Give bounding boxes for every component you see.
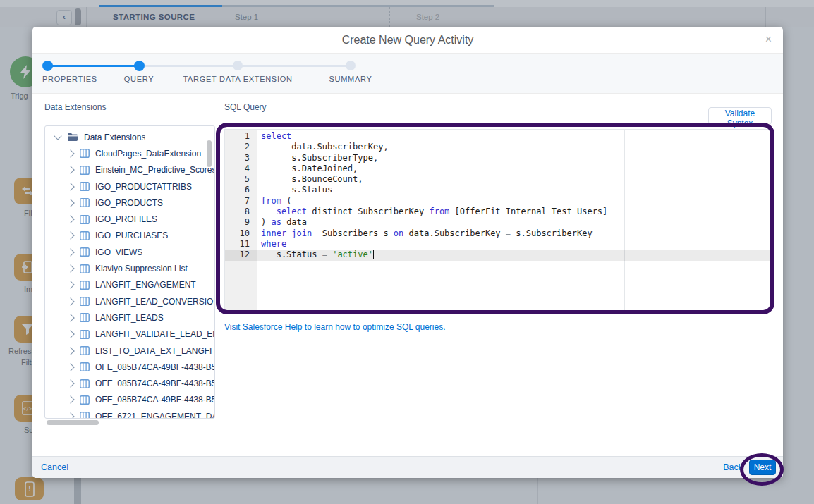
tree-item[interactable]: LANGFIT_LEADS xyxy=(45,309,214,326)
sql-help-link[interactable]: Visit Salesforce Help to learn how to op… xyxy=(224,322,446,332)
chevron-right-icon[interactable] xyxy=(66,314,74,321)
data-extension-table-icon xyxy=(80,182,90,191)
data-extensions-label: Data Extensions xyxy=(44,102,106,112)
code-line: s.Status xyxy=(261,185,770,195)
data-extension-table-icon xyxy=(80,247,90,257)
vertical-scrollbar[interactable] xyxy=(207,140,212,167)
chevron-right-icon[interactable] xyxy=(66,363,74,371)
data-extension-table-icon xyxy=(80,231,90,240)
tree-item[interactable]: OFE_085B74CA-49BF-4438-B566- xyxy=(45,359,214,375)
data-extension-table-icon xyxy=(80,412,90,419)
chevron-down-icon[interactable] xyxy=(54,132,61,140)
editor-gutter: 123456789101112 xyxy=(225,130,257,311)
tree-item[interactable]: OFE_085B74CA-49BF-4438-B566- xyxy=(45,392,214,408)
tree-item-label: Einstein_MC_Predictive_Scores xyxy=(95,165,214,175)
tree-item-label: IGO_VIEWS xyxy=(95,247,142,257)
horizontal-scrollbar[interactable] xyxy=(47,420,99,425)
tree-item[interactable]: IGO_VIEWS xyxy=(45,244,214,260)
tree-item[interactable]: LANGFIT_VALIDATE_LEAD_EMAIL_ xyxy=(45,326,214,343)
screen: ‹ STARTING SOURCE Step 1 Step 2 Trigg Fi… xyxy=(0,0,814,504)
modal-title: Create New Query Activity xyxy=(32,27,783,53)
code-line: ) as data xyxy=(261,217,770,228)
tree-item-label: LANGFIT_VALIDATE_LEAD_EMAIL_ xyxy=(95,329,214,339)
code-line: select xyxy=(261,131,770,142)
tree-item-label: OFE_085B74CA-49BF-4438-B566- xyxy=(95,395,214,405)
line-number: 6 xyxy=(225,185,257,195)
chevron-right-icon[interactable] xyxy=(66,248,74,256)
step-label: QUERY xyxy=(124,75,154,83)
editor-code[interactable]: select data.SubscriberKey, s.SubscriberT… xyxy=(257,130,770,311)
tree-item-label: OFE_6721_ENGAGEMENT_DATA xyxy=(95,412,214,419)
validate-syntax-button[interactable]: Validate Syntax xyxy=(708,107,772,125)
tree-item[interactable]: CloudPages_DataExtension xyxy=(45,145,214,161)
step-dot xyxy=(134,61,145,71)
code-line: s.DateJoined, xyxy=(261,164,770,174)
tree-item-label: Data Extensions xyxy=(84,133,145,142)
tree-item[interactable]: LIST_TO_DATA_EXT_LANGFIT xyxy=(45,343,214,359)
folder-icon xyxy=(67,133,78,142)
chevron-right-icon[interactable] xyxy=(66,149,74,157)
chevron-right-icon[interactable] xyxy=(66,166,74,174)
cancel-button[interactable]: Cancel xyxy=(41,457,68,478)
tree-item[interactable]: IGO_PURCHASES xyxy=(45,228,214,244)
chevron-right-icon[interactable] xyxy=(66,215,74,223)
next-button[interactable]: Next xyxy=(749,460,776,475)
tree-item-label: LANGFIT_LEADS xyxy=(95,313,164,323)
data-extension-table-icon xyxy=(80,362,90,371)
chevron-right-icon[interactable] xyxy=(66,412,74,419)
code-line: where xyxy=(261,239,770,250)
text-cursor xyxy=(373,250,375,259)
chevron-right-icon[interactable] xyxy=(66,297,74,305)
data-extension-table-icon xyxy=(80,198,90,207)
create-query-activity-modal: Create New Query Activity × PROPERTIES Q… xyxy=(32,27,783,478)
chevron-right-icon[interactable] xyxy=(66,199,74,207)
tree-item[interactable]: Einstein_MC_Predictive_Scores xyxy=(45,162,214,178)
tree-item-label: OFE_085B74CA-49BF-4438-B566- xyxy=(95,379,214,388)
chevron-right-icon[interactable] xyxy=(66,264,74,272)
step-label: PROPERTIES xyxy=(42,75,97,83)
stepper-connector xyxy=(139,65,238,67)
tree-item[interactable]: OFE_085B74CA-49BF-4438-B566- xyxy=(45,375,214,391)
tree-item[interactable]: IGO_PRODUCTATTRIBS xyxy=(45,178,214,195)
code-line: s.SubscriberType, xyxy=(261,153,770,164)
chevron-right-icon[interactable] xyxy=(66,347,74,355)
line-number: 5 xyxy=(225,174,257,185)
chevron-right-icon[interactable] xyxy=(66,396,74,404)
line-number: 3 xyxy=(225,153,257,164)
chevron-right-icon[interactable] xyxy=(66,281,74,289)
tree-item[interactable]: LANGFIT_ENGAGEMENT xyxy=(45,277,214,293)
tree-item-label: LANGFIT_LEAD_CONVERSION xyxy=(95,297,214,307)
data-extension-table-icon xyxy=(80,330,90,339)
chevron-right-icon[interactable] xyxy=(66,232,74,240)
data-extension-table-icon xyxy=(80,215,90,224)
tree-item[interactable]: Klaviyo Suppression List xyxy=(45,260,214,276)
stepper-connector xyxy=(47,65,139,67)
step-label: SUMMARY xyxy=(329,75,372,83)
tree-item-label: IGO_PURCHASES xyxy=(95,231,168,240)
data-extension-table-icon xyxy=(80,166,90,175)
sql-editor[interactable]: 123456789101112 select data.SubscriberKe… xyxy=(224,129,770,312)
data-extension-table-icon xyxy=(80,313,90,322)
chevron-right-icon[interactable] xyxy=(66,183,74,190)
progress-stepper: PROPERTIES QUERY TARGET DATA EXTENSION S… xyxy=(32,53,783,94)
tree-item-label: IGO_PROFILES xyxy=(95,214,157,224)
data-extension-table-icon xyxy=(80,264,90,273)
tree-item[interactable]: LANGFIT_LEAD_CONVERSION xyxy=(45,293,214,309)
data-extensions-tree[interactable]: Data ExtensionsCloudPages_DataExtensionE… xyxy=(44,125,215,419)
code-line: data.SubscriberKey, xyxy=(261,142,770,152)
code-line: inner join _Subscribers s on data.Subscr… xyxy=(261,228,770,239)
back-button[interactable]: Back xyxy=(723,457,743,478)
line-number: 11 xyxy=(225,239,257,250)
tree-item-label: LIST_TO_DATA_EXT_LANGFIT xyxy=(95,346,214,356)
close-icon[interactable]: × xyxy=(765,33,772,46)
tree-item[interactable]: IGO_PROFILES xyxy=(45,211,214,227)
tree-root-data-extensions[interactable]: Data Extensions xyxy=(45,129,214,145)
sql-query-label: SQL Query xyxy=(224,102,267,112)
modal-footer: Cancel Back Next xyxy=(32,456,783,478)
line-number: 2 xyxy=(225,142,257,152)
stepper-connector xyxy=(238,65,351,67)
chevron-right-icon[interactable] xyxy=(66,331,74,338)
tree-item[interactable]: IGO_PRODUCTS xyxy=(45,195,214,211)
chevron-right-icon[interactable] xyxy=(66,379,74,387)
tree-item[interactable]: OFE_6721_ENGAGEMENT_DATA xyxy=(45,408,214,419)
